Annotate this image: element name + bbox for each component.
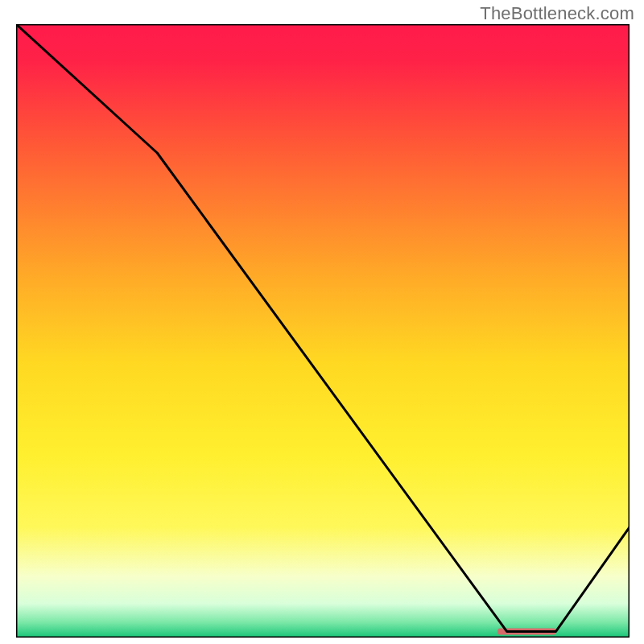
bottleneck-chart (16, 24, 630, 638)
watermark-text: TheBottleneck.com (480, 3, 634, 24)
plot-area (16, 24, 630, 638)
gradient-background (16, 24, 630, 638)
chart-stage: TheBottleneck.com (0, 0, 644, 644)
